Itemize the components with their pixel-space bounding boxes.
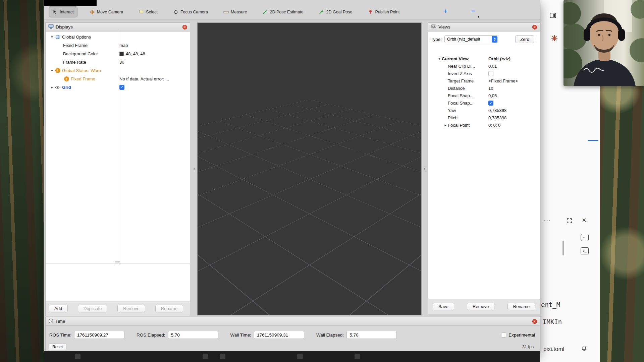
property-value[interactable]: 30 bbox=[119, 60, 124, 65]
property-value[interactable]: 0; 0; 0 bbox=[488, 123, 500, 128]
close-icon[interactable]: × bbox=[582, 216, 586, 225]
property-value[interactable]: 0,01 bbox=[488, 64, 497, 69]
collapse-right-handle[interactable]: › bbox=[422, 163, 427, 174]
chevron-down-icon[interactable]: ▾ bbox=[478, 15, 479, 18]
view-type-select[interactable]: Orbit (rviz_default bbox=[444, 35, 498, 43]
tree-row-global-options[interactable]: ▾Global Options bbox=[46, 33, 190, 41]
file-tab-pixi-toml[interactable]: pixi.toml bbox=[543, 346, 564, 353]
property-value[interactable]: 0,05 bbox=[488, 93, 497, 98]
close-icon[interactable]: × bbox=[532, 25, 537, 29]
property-value[interactable]: No tf data. Actual error: ... bbox=[119, 76, 169, 81]
tree-row-frame-rate[interactable]: Frame Rate30 bbox=[46, 58, 190, 66]
displays-remove-button: Remove bbox=[117, 305, 145, 312]
remove-tool-button[interactable]: − bbox=[471, 7, 475, 15]
row-value-cell: 0,05 bbox=[486, 93, 540, 98]
dock-icon[interactable] bbox=[220, 354, 225, 359]
asterisk-icon[interactable] bbox=[551, 35, 558, 43]
tree-row-invert-z-axis[interactable]: Invert Z Axis bbox=[428, 70, 540, 77]
tool-label: Publish Point bbox=[375, 10, 399, 14]
property-label: Fixed Frame bbox=[63, 43, 88, 48]
chevron-down-icon[interactable]: ▾ bbox=[437, 57, 442, 61]
terminal-icon[interactable]: >_ bbox=[581, 247, 589, 254]
tree-row-focal-point[interactable]: ▸Focal Point0; 0; 0 bbox=[428, 121, 540, 129]
tree-row-global-status-warn[interactable]: ▾!Global Status: Warn bbox=[46, 66, 190, 75]
render-viewport[interactable] bbox=[197, 22, 422, 315]
tool-focus-camera[interactable]: Focus Camera bbox=[170, 6, 211, 17]
checkbox-checked[interactable]: ✓ bbox=[119, 85, 124, 90]
tool-select[interactable]: Select bbox=[135, 6, 161, 17]
displays-tree: ▾Global OptionsFixed FramemapBackground … bbox=[46, 33, 190, 92]
terminal-icon[interactable]: >_ bbox=[581, 234, 589, 241]
time-field-value[interactable]: 5.70 bbox=[346, 331, 397, 339]
chevron-down-icon[interactable]: ▾ bbox=[50, 68, 54, 73]
tree-row-fixed-frame[interactable]: !Fixed FrameNo tf data. Actual error: ..… bbox=[46, 75, 190, 83]
row-value-cell: 48; 48; 48 bbox=[117, 51, 190, 56]
tree-row-current-view[interactable]: ▾Current ViewOrbit (rviz) bbox=[428, 55, 540, 62]
chevron-right-icon[interactable]: ▸ bbox=[443, 123, 448, 127]
checkbox-checked[interactable]: ✓ bbox=[488, 101, 493, 106]
row-label-cell: Target Frame bbox=[428, 78, 486, 83]
reset-button[interactable]: Reset bbox=[49, 343, 66, 350]
expand-icon[interactable] bbox=[567, 218, 572, 225]
view-type-row: Type: Orbit (rviz_default Zero bbox=[428, 34, 540, 44]
tool-pose-estimate[interactable]: 2D Pose Estimate bbox=[259, 6, 307, 17]
tool-measure[interactable]: Measure bbox=[220, 6, 251, 17]
overflow-menu-icon[interactable]: ··· bbox=[544, 217, 551, 224]
tree-row-background-color[interactable]: Background Color48; 48; 48 bbox=[46, 50, 190, 58]
splitter-grip[interactable] bbox=[115, 261, 120, 264]
checkbox-unchecked[interactable] bbox=[501, 333, 506, 338]
dock-icon[interactable] bbox=[355, 354, 360, 359]
chevron-right-icon[interactable]: ▸ bbox=[50, 85, 54, 89]
time-field-label: Wall Elapsed: bbox=[316, 333, 344, 338]
displays-add-button[interactable]: Add bbox=[49, 305, 68, 312]
dock-icon[interactable] bbox=[203, 354, 208, 359]
tool-publish-point[interactable]: Publish Point bbox=[364, 6, 403, 17]
views-panel-header[interactable]: Views × bbox=[428, 23, 540, 32]
tool-goal-pose[interactable]: 2D Goal Pose bbox=[316, 6, 356, 17]
views-rename-button[interactable]: Rename bbox=[507, 303, 535, 310]
code-snippet: IMKIn bbox=[543, 318, 562, 325]
add-tool-button[interactable]: + bbox=[444, 7, 447, 15]
time-field-value[interactable]: 1761150909.27 bbox=[74, 331, 124, 339]
zero-button[interactable]: Zero bbox=[515, 35, 534, 43]
close-icon[interactable]: × bbox=[532, 319, 537, 324]
views-remove-button[interactable]: Remove bbox=[467, 303, 494, 310]
time-panel-header[interactable]: Time × bbox=[46, 317, 540, 326]
chevron-down-icon[interactable]: ▾ bbox=[50, 35, 54, 39]
tree-row-distance[interactable]: Distance10 bbox=[428, 84, 540, 92]
experimental-label: Experimental bbox=[508, 333, 535, 338]
tool-label: Move Camera bbox=[97, 10, 123, 14]
displays-panel-header[interactable]: Displays × bbox=[46, 23, 190, 32]
tree-row-fixed-frame[interactable]: Fixed Framemap bbox=[46, 41, 190, 50]
close-icon[interactable]: × bbox=[182, 25, 187, 29]
property-value[interactable]: 0,785398 bbox=[488, 115, 506, 120]
property-value[interactable]: 48; 48; 48 bbox=[126, 51, 145, 56]
tree-row-near-clip-di[interactable]: Near Clip Di...0,01 bbox=[428, 62, 540, 70]
tree-row-target-frame[interactable]: Target Frame<Fixed Frame> bbox=[428, 77, 540, 84]
tree-row-yaw[interactable]: Yaw0,785398 bbox=[428, 107, 540, 114]
property-value[interactable]: Orbit (rviz) bbox=[488, 56, 511, 61]
collapse-left-handle[interactable]: ‹ bbox=[192, 163, 197, 174]
panel-layout-icon[interactable] bbox=[550, 13, 556, 19]
views-save-button[interactable]: Save bbox=[433, 303, 454, 310]
checkbox-unchecked[interactable] bbox=[488, 71, 493, 76]
dock-icon[interactable] bbox=[75, 354, 80, 359]
bell-icon[interactable] bbox=[581, 345, 587, 353]
property-value[interactable]: 10 bbox=[488, 86, 493, 91]
stepper-icon bbox=[492, 36, 497, 43]
time-field-value[interactable]: 1761150909.31 bbox=[254, 331, 304, 339]
property-value[interactable]: 0,785398 bbox=[488, 108, 506, 113]
scrollbar-thumb[interactable] bbox=[562, 241, 564, 255]
tree-row-focal-shap[interactable]: Focal Shap...0,05 bbox=[428, 92, 540, 99]
tree-row-focal-shap[interactable]: Focal Shap...✓ bbox=[428, 99, 540, 107]
time-field-value[interactable]: 5.70 bbox=[168, 331, 218, 339]
property-value[interactable]: <Fixed Frame> bbox=[488, 78, 518, 83]
tool-move-camera[interactable]: Move Camera bbox=[86, 6, 127, 17]
tool-interact[interactable]: Interact bbox=[49, 6, 77, 17]
row-label-cell: Frame Rate bbox=[46, 60, 117, 65]
tree-row-grid[interactable]: ▸Grid✓ bbox=[46, 83, 190, 92]
property-value[interactable]: map bbox=[119, 43, 128, 48]
tree-row-pitch[interactable]: Pitch0,785398 bbox=[428, 114, 540, 121]
dock-icon[interactable] bbox=[297, 354, 303, 359]
code-snippet: ent_M bbox=[541, 301, 560, 308]
